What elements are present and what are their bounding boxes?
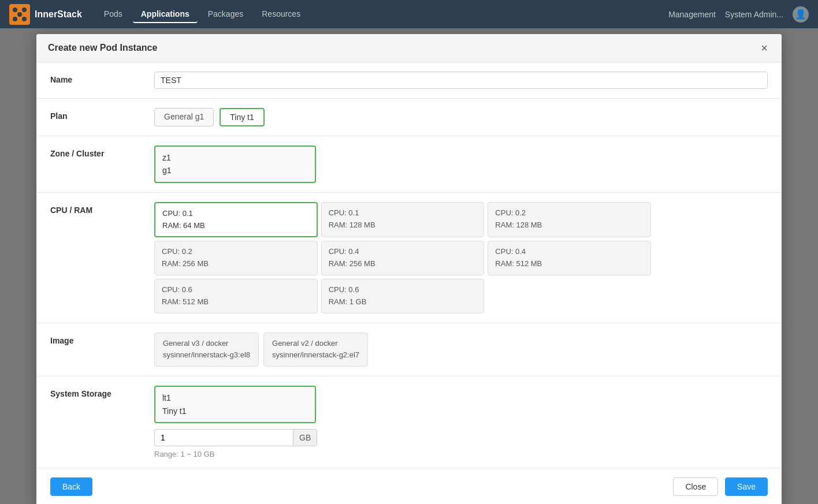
footer-right-buttons: Close Save	[673, 477, 768, 496]
plan-option-tiny[interactable]: Tiny t1	[220, 108, 265, 126]
image-line1-1: General v2 / docker	[272, 338, 359, 350]
cpu-val-7: CPU: 0.6	[329, 284, 477, 296]
zone-line2: g1	[162, 164, 308, 177]
svg-point-5	[17, 12, 22, 17]
main-nav: Pods Applications Packages Resources	[96, 6, 668, 23]
ram-val-4: RAM: 256 MB	[329, 258, 477, 270]
cpu-content: CPU: 0.1 RAM: 64 MB CPU: 0.1 RAM: 128 MB…	[154, 202, 768, 313]
cpu-row: CPU / RAM CPU: 0.1 RAM: 64 MB CPU: 0.1 R…	[36, 193, 782, 323]
create-pod-modal: Create new Pod Instance × Name Plan	[36, 34, 782, 504]
cpu-val-5: CPU: 0.4	[495, 246, 644, 258]
logo-icon	[9, 4, 30, 25]
cpu-val-1: CPU: 0.1	[329, 207, 477, 219]
image-option-1[interactable]: General v2 / docker sysinner/innerstack-…	[263, 333, 368, 367]
nav-applications[interactable]: Applications	[133, 6, 198, 23]
image-row: Image General v3 / docker sysinner/inner…	[36, 323, 782, 377]
cpu-option-7[interactable]: CPU: 0.6 RAM: 1 GB	[321, 279, 485, 313]
ram-val-5: RAM: 512 MB	[495, 258, 644, 270]
zone-content: z1 g1	[154, 145, 768, 183]
svg-point-3	[13, 17, 17, 21]
storage-label: System Storage	[50, 386, 143, 398]
storage-row: System Storage lt1 Tiny t1 GB Range: 1 ~…	[36, 376, 782, 468]
cpu-option-5[interactable]: CPU: 0.4 RAM: 512 MB	[488, 241, 651, 275]
cpu-option-2[interactable]: CPU: 0.2 RAM: 128 MB	[488, 202, 651, 238]
plan-content: General g1 Tiny t1	[154, 108, 768, 126]
storage-type-line1: lt1	[162, 391, 308, 404]
name-input[interactable]	[154, 72, 768, 89]
image-option-0[interactable]: General v3 / docker sysinner/innerstack-…	[154, 333, 259, 367]
navbar: InnerStack Pods Applications Packages Re…	[0, 0, 818, 28]
storage-unit: GB	[293, 429, 317, 446]
user-avatar[interactable]: 👤	[793, 6, 809, 23]
storage-content: lt1 Tiny t1 GB Range: 1 ~ 10 GB	[154, 386, 768, 458]
storage-type-selector[interactable]: lt1 Tiny t1	[154, 386, 316, 423]
modal-footer: Back Close Save	[36, 468, 782, 504]
page-background: Create new Pod Instance × Name Plan	[0, 28, 818, 504]
cpu-option-6[interactable]: CPU: 0.6 RAM: 512 MB	[154, 279, 318, 313]
zone-label: Zone / Cluster	[50, 145, 143, 158]
cpu-val-6: CPU: 0.6	[162, 284, 310, 296]
modal-title: Create new Pod Instance	[48, 43, 157, 53]
cpu-val-3: CPU: 0.2	[162, 246, 310, 258]
modal-overlay: Create new Pod Instance × Name Plan	[0, 28, 818, 504]
back-button[interactable]: Back	[50, 477, 92, 496]
plan-row: Plan General g1 Tiny t1	[36, 99, 782, 136]
management-link[interactable]: Management	[668, 10, 716, 19]
svg-point-4	[22, 17, 27, 21]
cpu-val-4: CPU: 0.4	[329, 246, 477, 258]
ram-val-1: RAM: 128 MB	[329, 219, 477, 232]
ram-val-7: RAM: 1 GB	[329, 296, 477, 308]
storage-size-row: GB	[154, 429, 768, 446]
modal-close-button[interactable]: ×	[758, 42, 770, 54]
zone-selector[interactable]: z1 g1	[154, 145, 316, 183]
plan-option-general[interactable]: General g1	[154, 108, 214, 126]
name-row: Name	[36, 62, 782, 99]
plan-label: Plan	[50, 108, 143, 121]
cpu-option-0[interactable]: CPU: 0.1 RAM: 64 MB	[154, 202, 318, 238]
cpu-option-3[interactable]: CPU: 0.2 RAM: 256 MB	[154, 241, 318, 275]
nav-resources[interactable]: Resources	[254, 6, 308, 23]
image-content: General v3 / docker sysinner/innerstack-…	[154, 333, 768, 367]
close-button[interactable]: Close	[673, 477, 718, 496]
save-button[interactable]: Save	[725, 477, 768, 496]
image-line2-1: sysinner/innerstack-g2:el7	[272, 349, 359, 361]
modal-header: Create new Pod Instance ×	[36, 34, 782, 62]
navbar-right: Management System Admin... 👤	[668, 6, 809, 23]
cpu-val-0: CPU: 0.1	[162, 208, 310, 220]
image-line1-0: General v3 / docker	[163, 338, 250, 350]
cpu-option-1[interactable]: CPU: 0.1 RAM: 128 MB	[321, 202, 485, 238]
name-label: Name	[50, 72, 143, 84]
svg-point-2	[22, 8, 27, 12]
zone-line1: z1	[162, 151, 308, 164]
app-name: InnerStack	[35, 9, 82, 20]
zone-row: Zone / Cluster z1 g1	[36, 136, 782, 193]
image-line2-0: sysinner/innerstack-g3:el8	[163, 349, 250, 361]
cpu-option-4[interactable]: CPU: 0.4 RAM: 256 MB	[321, 241, 485, 275]
ram-val-3: RAM: 256 MB	[162, 258, 310, 270]
ram-val-6: RAM: 512 MB	[162, 296, 310, 308]
plan-options: General g1 Tiny t1	[154, 108, 768, 126]
ram-val-2: RAM: 128 MB	[495, 219, 644, 232]
storage-range-text: Range: 1 ~ 10 GB	[154, 450, 768, 458]
storage-type-line2: Tiny t1	[162, 405, 308, 417]
storage-size-input[interactable]	[154, 429, 293, 446]
modal-body: Name Plan General g1 Tiny t1	[36, 62, 782, 468]
image-options: General v3 / docker sysinner/innerstack-…	[154, 333, 768, 367]
cpu-label: CPU / RAM	[50, 202, 143, 215]
nav-pods[interactable]: Pods	[96, 6, 131, 23]
system-admin-link[interactable]: System Admin...	[725, 10, 783, 19]
ram-val-0: RAM: 64 MB	[162, 220, 310, 232]
name-content	[154, 72, 768, 89]
cpu-grid: CPU: 0.1 RAM: 64 MB CPU: 0.1 RAM: 128 MB…	[154, 202, 651, 313]
image-label: Image	[50, 333, 143, 345]
svg-point-1	[13, 8, 17, 12]
nav-packages[interactable]: Packages	[200, 6, 251, 23]
app-logo[interactable]: InnerStack	[9, 4, 82, 25]
cpu-val-2: CPU: 0.2	[495, 207, 644, 219]
